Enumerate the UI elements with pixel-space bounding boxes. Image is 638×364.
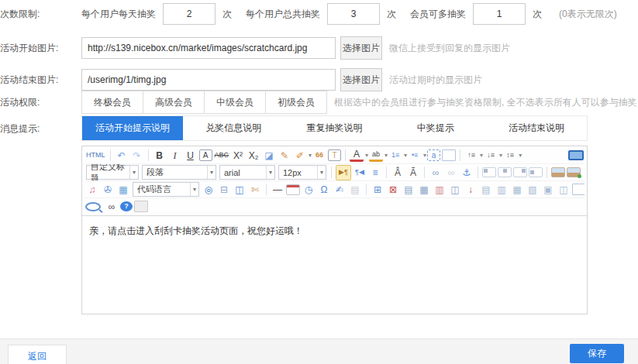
horizontal-rule-icon[interactable]: — [271,183,285,197]
insert-table-icon[interactable]: ⊞ [371,183,385,197]
image-right-icon[interactable] [513,167,527,177]
member-group-button-0[interactable]: 终极会员 [81,91,143,114]
message-tab-4[interactable]: 活动结束说明 [486,116,587,140]
insert-row-icon[interactable]: ▥ [433,183,447,197]
start-image-input[interactable] [81,37,336,59]
help-icon[interactable]: ? [120,201,133,211]
font-family-select[interactable]: arial▾ [219,165,275,180]
rtl-icon[interactable]: ¶◀ [353,166,367,180]
blockquote-icon[interactable]: 66 [312,149,326,163]
paste-word-icon[interactable]: T [328,149,341,161]
search-replace-icon[interactable]: ∞ [105,200,119,214]
message-tab-1[interactable]: 兑奖信息说明 [183,116,284,140]
comment-icon[interactable]: ✍ [333,183,347,197]
music-icon[interactable]: ♫ [85,183,99,197]
insert-col-icon[interactable]: ◫ [448,183,462,197]
split-cols-icon[interactable]: ◫ [557,183,571,197]
code-language-select[interactable]: 代码语言▾ [133,182,199,197]
delete-table-icon[interactable]: ⊠ [386,183,400,197]
split-cell-icon[interactable]: ↓ [464,183,478,197]
member-group-button-3[interactable]: 初级会员 [265,91,327,114]
bold-icon[interactable]: B [153,149,167,163]
paint-icon[interactable]: ✐ [293,149,307,163]
attachment-icon[interactable]: ✇ [101,183,115,197]
back-button[interactable]: 返回 [8,345,67,364]
eraser-icon[interactable]: ◪ [262,149,276,163]
subscript-icon[interactable]: X₂ [247,149,260,163]
blank-doc-icon[interactable] [442,149,456,161]
table-doc-icon[interactable] [572,184,585,195]
picture-icon[interactable] [551,167,565,177]
highlight-color-icon[interactable]: ab [369,149,383,162]
line-height-icon[interactable]: ↓≡ [484,149,498,163]
paragraph-select[interactable]: 段落▾ [142,165,216,180]
start-image-pick-button[interactable]: 选择图片 [340,36,382,60]
image-inline-icon[interactable] [529,167,543,177]
insert-image-icon[interactable] [567,167,581,177]
table-title-icon[interactable]: ▤ [402,183,416,197]
limit-input-2[interactable] [473,3,526,25]
anchor-ref-icon[interactable]: a [427,149,440,161]
bullet-list-icon[interactable]: •≡ [408,149,422,163]
table-header-icon[interactable]: ▦ [417,183,431,197]
strikethrough-icon[interactable]: ABC [214,149,230,163]
source-code-icon[interactable]: HTML [85,149,106,163]
anchor-icon[interactable]: ⚓ [460,166,474,180]
editor-content[interactable]: 亲，请点击进入刮刮卡抽奖活动页面，祝您好运哦！ [82,216,587,318]
limit-input-0[interactable] [163,3,216,25]
lowercase-icon[interactable]: Ã [406,166,420,180]
preview-icon[interactable] [85,202,101,211]
end-image-pick-button[interactable]: 选择图片 [340,68,382,91]
message-tab-2[interactable]: 重复抽奖说明 [284,116,385,140]
emotion-icon[interactable]: ☺ [582,166,585,180]
member-group-button-2[interactable]: 中级会员 [204,91,266,114]
image-left-icon[interactable] [482,167,496,177]
insert-code-icon[interactable]: ◎ [202,183,216,197]
preview-page-icon[interactable]: ▤ [348,183,362,197]
message-tab-0[interactable]: 活动开始提示说明 [82,116,183,140]
map-icon[interactable]: ▦ [116,183,130,197]
insert-col-left-icon[interactable]: ▦ [510,183,524,197]
image-center-icon[interactable] [498,167,512,177]
message-tab-3[interactable]: 中奖提示 [385,116,486,140]
superscript-icon[interactable]: X² [231,149,245,163]
insert-row-below-icon[interactable]: ▥ [495,183,509,197]
ltr-icon[interactable]: ▶¶ [336,165,351,180]
member-group-button-1[interactable]: 高级会员 [143,91,205,114]
time-icon[interactable]: ◷ [302,183,316,197]
chevron-down-icon: ▾ [266,166,274,179]
template-icon[interactable]: ◫ [233,183,247,197]
unlink-icon[interactable]: ∞ [444,166,458,180]
undo-icon[interactable]: ↶ [115,149,129,163]
insert-col-right-icon[interactable]: ▧ [526,183,540,197]
italic-icon[interactable]: I [168,149,182,163]
font-color-icon[interactable]: A [350,149,364,162]
merge-cells-icon[interactable]: ▣ [541,183,555,197]
custom-title-select[interactable]: 自定义标题▾ [86,165,139,180]
start-image-row: 活动开始图片: 选择图片 微信上接受到回复的显示图片 [0,36,638,60]
uppercase-icon[interactable]: Â [391,166,405,180]
limit-row: 次数限制: 每个用户每天抽奖次每个用户总共抽奖次会员可多抽奖次 (0表示无限次) [0,3,638,25]
save-button[interactable]: 保存 [570,344,624,363]
special-chars-icon[interactable]: Ω [317,183,331,197]
paste-disabled-icon[interactable] [134,201,148,212]
paragraph-spacing-icon[interactable]: ↕≡ [503,149,517,163]
ordered-list-icon[interactable]: 1≡ [388,149,402,163]
font-size-select-value: 12px [283,168,302,177]
snapshot-icon[interactable]: ✄ [248,183,262,197]
date-icon[interactable] [286,184,300,195]
indent-paragraph-icon[interactable]: ≡ [368,166,382,180]
format-brush-icon[interactable]: ✎ [278,149,291,163]
font-size-select[interactable]: 12px▾ [278,165,326,180]
underline-icon[interactable]: U [184,149,198,163]
insert-row-above-icon[interactable]: ▤ [479,183,493,197]
font-border-icon[interactable]: A [199,149,212,161]
link-icon[interactable]: ∞ [429,166,443,180]
pagebreak-icon[interactable]: ⊟ [217,183,231,197]
end-image-input[interactable] [81,69,336,91]
redo-icon[interactable]: ↷ [130,149,144,163]
limit-input-1[interactable] [327,3,380,25]
toolbar-row-0: HTML↶↷BIUAABCX²X₂◪✎✐▾66TA▾ab▾1≡▾•≡▾a↑≡▾↓… [84,147,585,163]
indent-icon[interactable]: ↑≡ [464,149,478,163]
fullscreen-icon[interactable] [568,150,584,160]
